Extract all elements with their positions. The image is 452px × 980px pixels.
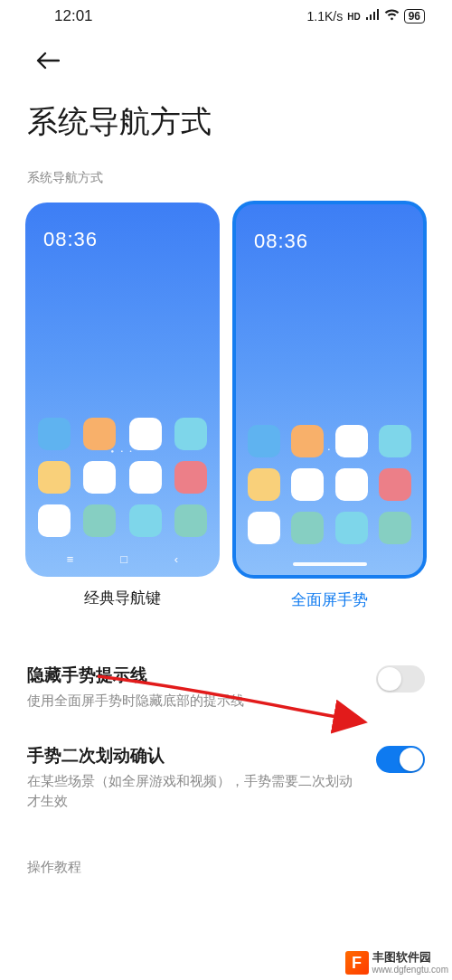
app-icon xyxy=(83,504,116,537)
status-time: 12:01 xyxy=(54,7,93,25)
toggle-double-swipe-confirm[interactable] xyxy=(376,746,425,773)
app-icon xyxy=(38,504,71,537)
watermark-url: www.dgfengtu.com xyxy=(372,965,449,975)
back-button[interactable] xyxy=(0,29,452,85)
tutorial-section-label: 操作教程 xyxy=(0,825,452,885)
battery-indicator: 96 xyxy=(404,9,425,24)
preview-time: 08:36 xyxy=(25,203,220,251)
status-bar: 12:01 1.1K/s HD 96 xyxy=(0,0,452,29)
legacy-preview: 08:36 ● • • ≡ □ ‹ xyxy=(25,203,220,577)
app-icon xyxy=(248,425,280,457)
setting-title: 隐藏手势提示线 xyxy=(27,664,363,687)
wifi-icon xyxy=(384,9,400,24)
preview-icon-grid xyxy=(236,425,423,544)
app-icon xyxy=(129,418,162,450)
setting-desc: 使用全面屏手势时隐藏底部的提示线 xyxy=(27,691,363,711)
legacy-nav-bar: ≡ □ ‹ xyxy=(25,543,220,577)
signal-icon xyxy=(365,9,380,24)
app-icon xyxy=(291,512,324,544)
gesture-preview: 08:36 ● • • xyxy=(232,201,427,579)
preview-icon-grid xyxy=(25,418,220,537)
app-icon xyxy=(291,468,324,501)
watermark-logo: F xyxy=(345,951,369,975)
recents-icon: ≡ xyxy=(67,552,74,566)
setting-desc: 在某些场景（如全屏游戏和视频），手势需要二次划动才生效 xyxy=(27,771,363,811)
app-icon xyxy=(379,468,411,501)
app-icon xyxy=(38,418,71,450)
setting-double-swipe-confirm: 手势二次划动确认 在某些场景（如全屏游戏和视频），手势需要二次划动才生效 xyxy=(0,725,452,825)
app-icon xyxy=(174,461,207,494)
toggle-knob xyxy=(400,748,423,771)
app-icon xyxy=(379,425,411,457)
setting-title: 手势二次划动确认 xyxy=(27,744,363,768)
setting-text: 隐藏手势提示线 使用全面屏手势时隐藏底部的提示线 xyxy=(27,664,376,711)
app-icon xyxy=(248,512,280,544)
status-right: 1.1K/s HD 96 xyxy=(306,9,425,24)
setting-hide-hint-line: 隐藏手势提示线 使用全面屏手势时隐藏底部的提示线 xyxy=(0,645,452,725)
app-icon xyxy=(129,504,162,537)
app-icon xyxy=(335,512,368,544)
app-icon xyxy=(83,461,116,494)
app-icon xyxy=(379,512,411,544)
gesture-hint-line xyxy=(293,562,367,566)
network-speed: 1.1K/s xyxy=(306,9,343,24)
watermark-name: 丰图软件园 xyxy=(372,951,449,964)
nav-option-legacy[interactable]: 08:36 ● • • ≡ □ ‹ 经典导航键 xyxy=(25,201,220,617)
app-icon xyxy=(248,468,280,501)
app-icon xyxy=(38,461,71,494)
app-icon xyxy=(291,425,324,457)
app-icon xyxy=(129,461,162,494)
toggle-knob xyxy=(378,667,401,691)
app-icon xyxy=(83,418,116,450)
nav-style-options: 08:36 ● • • ≡ □ ‹ 经典导航键 xyxy=(0,195,452,617)
setting-text: 手势二次划动确认 在某些场景（如全屏游戏和视频），手势需要二次划动才生效 xyxy=(27,744,376,811)
toggle-hide-hint-line[interactable] xyxy=(376,665,425,693)
app-icon xyxy=(335,425,368,457)
nav-option-gesture[interactable]: 08:36 ● • • 全面屏手势 xyxy=(232,201,427,617)
app-icon xyxy=(335,468,368,501)
preview-time: 08:36 xyxy=(236,204,423,253)
hd-indicator: HD xyxy=(347,12,360,22)
section-label: 系统导航方式 xyxy=(0,154,452,195)
home-icon: □ xyxy=(120,552,127,566)
legacy-label: 经典导航键 xyxy=(84,577,161,616)
back-icon: ‹ xyxy=(174,552,178,566)
gesture-label: 全面屏手势 xyxy=(291,579,368,617)
app-icon xyxy=(174,418,207,450)
page-title: 系统导航方式 xyxy=(0,85,452,154)
app-icon xyxy=(174,504,207,537)
watermark: F 丰图软件园 www.dgfengtu.com xyxy=(345,951,449,975)
